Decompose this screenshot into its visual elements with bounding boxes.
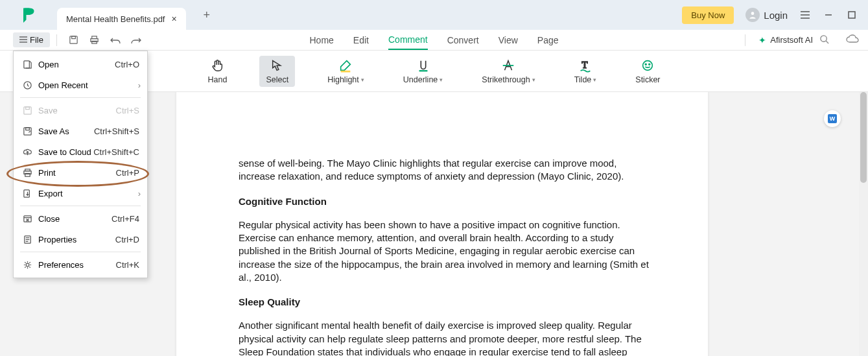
hand-icon	[210, 58, 224, 73]
underline-icon	[416, 58, 430, 73]
menu-icon[interactable]	[799, 9, 811, 21]
svg-rect-26	[25, 106, 29, 109]
tool-label: Select	[266, 75, 288, 84]
ai-button[interactable]: ✦ Afirstsoft AI	[758, 35, 813, 45]
main-tab-edit[interactable]: Edit	[353, 30, 369, 50]
menu-item-save: SaveCtrl+S	[14, 100, 147, 121]
file-dropdown-menu: OpenCtrl+OOpen Recent›SaveCtrl+SSave AsC…	[13, 51, 148, 278]
file-label: File	[30, 35, 43, 45]
search-icon[interactable]	[819, 34, 829, 46]
menu-item-shortcut: Ctrl+D	[115, 235, 139, 244]
menu-item-open-recent[interactable]: Open Recent›	[14, 75, 147, 95]
avatar-icon	[745, 8, 760, 22]
save-icon	[21, 104, 33, 116]
menu-item-label: Preferences	[38, 260, 116, 270]
menu-divider	[20, 97, 141, 98]
svg-point-0	[751, 12, 755, 15]
chevron-down-icon: ▾	[361, 77, 364, 83]
tilde-icon: T	[578, 58, 592, 73]
main-tab-page[interactable]: Page	[537, 30, 559, 50]
redo-icon[interactable]	[130, 34, 143, 47]
scrollbar-thumb[interactable]	[860, 92, 867, 183]
file-menu-button[interactable]: File	[13, 32, 50, 47]
menu-item-label: Open Recent	[38, 80, 139, 90]
export-icon	[21, 187, 33, 199]
tool-label: Hand	[208, 75, 228, 84]
body-paragraph: Regular physical activity has been shown…	[239, 219, 656, 284]
main-tab-home[interactable]: Home	[310, 30, 334, 50]
print-quick-icon[interactable]	[88, 34, 101, 47]
tool-strikethrough[interactable]: Strikethrough▾	[475, 56, 541, 87]
menu-item-close[interactable]: CloseCtrl+F4	[14, 208, 147, 229]
preferences-icon	[21, 259, 33, 270]
pdf-page[interactable]: sense of well-being. The Mayo Clinic hig…	[176, 92, 708, 356]
svg-point-41	[26, 263, 29, 267]
menu-item-properties[interactable]: PropertiesCtrl+D	[14, 229, 147, 250]
menu-item-label: Export	[38, 189, 139, 198]
menu-divider	[20, 252, 141, 252]
svg-rect-13	[92, 41, 97, 43]
new-tab-button[interactable]: +	[196, 5, 217, 25]
menu-item-shortcut: Ctrl+Shift+S	[94, 126, 139, 136]
menu-item-save-to-cloud[interactable]: Save to CloudCtrl+Shift+C	[14, 141, 147, 162]
menu-item-label: Properties	[38, 235, 115, 244]
document-tab[interactable]: Mental Health Benefits.pdf ×	[57, 8, 186, 30]
tool-sticker[interactable]: Sticker	[629, 56, 666, 87]
main-tab-convert[interactable]: Convert	[447, 30, 479, 50]
chevron-down-icon: ▾	[440, 77, 443, 83]
menu-item-export[interactable]: Export›	[14, 183, 147, 204]
main-tab-comment[interactable]: Comment	[388, 30, 428, 50]
word-badge[interactable]: W	[824, 110, 841, 127]
sparkle-icon: ✦	[758, 35, 766, 45]
tool-label: Underline	[403, 75, 438, 84]
properties-icon	[21, 233, 33, 245]
tool-hand[interactable]: Hand	[202, 56, 234, 87]
menu-row: File HomeEditCommentConvertViewPage ✦ Af…	[0, 30, 868, 51]
highlight-icon	[338, 58, 353, 73]
menu-item-preferences[interactable]: PreferencesCtrl+K	[14, 254, 147, 275]
close-icon	[21, 213, 33, 224]
tool-highlight[interactable]: Highlight▾	[321, 56, 371, 87]
login-label: Login	[764, 10, 788, 21]
tool-label: Sticker	[635, 75, 660, 84]
tool-label: Tilde	[574, 75, 592, 84]
login-button[interactable]: Login	[745, 8, 788, 22]
tool-label: Highlight	[327, 75, 359, 84]
svg-text:T: T	[581, 59, 587, 69]
tool-underline[interactable]: Underline▾	[397, 56, 450, 87]
menu-item-save-as[interactable]: Save AsCtrl+Shift+S	[14, 121, 147, 141]
menu-item-shortcut: Ctrl+S	[116, 106, 139, 115]
separator	[56, 34, 57, 46]
section-heading: Cognitive Function	[239, 195, 656, 208]
svg-rect-5	[849, 12, 855, 18]
maximize-icon[interactable]	[846, 9, 858, 21]
open-recent-icon	[21, 79, 33, 91]
select-icon	[270, 58, 285, 73]
menu-item-print[interactable]: PrintCtrl+P	[14, 162, 147, 183]
svg-point-20	[643, 60, 653, 70]
minimize-icon[interactable]	[823, 9, 834, 21]
section-heading: Sleep Quality	[239, 296, 656, 309]
print-icon	[21, 167, 33, 178]
strikethrough-icon	[501, 58, 515, 73]
svg-rect-33	[23, 215, 30, 221]
menu-item-shortcut: Ctrl+Shift+C	[93, 147, 139, 157]
menu-item-label: Save	[38, 106, 116, 115]
tool-tilde[interactable]: TTilde▾	[568, 56, 604, 87]
cloud-icon[interactable]	[846, 33, 859, 47]
titlebar: Mental Health Benefits.pdf × + Buy Now L…	[0, 0, 868, 30]
save-quick-icon[interactable]	[67, 34, 80, 47]
menu-item-open[interactable]: OpenCtrl+O	[14, 54, 147, 75]
svg-rect-28	[25, 127, 29, 130]
undo-icon[interactable]	[109, 34, 122, 47]
main-tab-view[interactable]: View	[499, 30, 518, 50]
tab-close-icon[interactable]: ×	[171, 14, 176, 24]
svg-point-21	[646, 64, 647, 65]
menu-item-shortcut: Ctrl+F4	[111, 214, 139, 224]
buy-now-button[interactable]: Buy Now	[682, 6, 734, 24]
app-logo	[19, 5, 39, 25]
scrollbar-track[interactable]	[859, 92, 868, 356]
tool-select[interactable]: Select	[259, 56, 295, 87]
menu-item-label: Close	[38, 214, 111, 224]
main-tabs: HomeEditCommentConvertViewPage	[310, 30, 559, 50]
